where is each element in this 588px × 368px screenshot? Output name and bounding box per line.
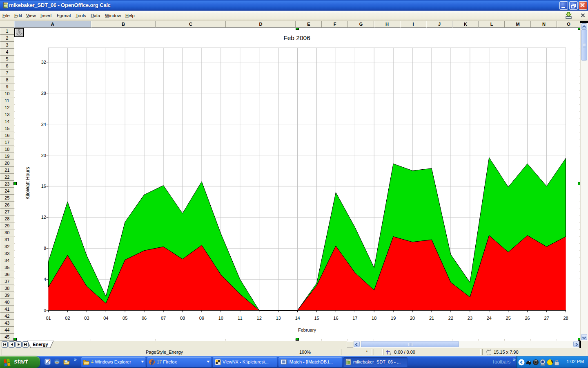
svg-text:27: 27 [544, 316, 549, 321]
svg-text:February: February [298, 328, 316, 332]
svg-text:07: 07 [161, 316, 166, 321]
svg-text:09: 09 [199, 316, 204, 321]
svg-text:04: 04 [103, 316, 108, 321]
svg-text:03: 03 [84, 316, 89, 321]
svg-text:12: 12 [41, 215, 46, 220]
svg-text:12: 12 [257, 316, 262, 321]
svg-text:32: 32 [41, 60, 46, 65]
svg-text:4: 4 [44, 277, 46, 282]
svg-text:02: 02 [65, 316, 70, 321]
svg-text:13: 13 [276, 316, 281, 321]
svg-text:KiloWatt Hours: KiloWatt Hours [25, 167, 31, 200]
svg-text:Energy: Energy [33, 342, 48, 347]
svg-text:22: 22 [448, 316, 453, 321]
svg-text:Feb 2006: Feb 2006 [283, 34, 310, 41]
svg-text:16: 16 [41, 184, 46, 188]
svg-text:06: 06 [142, 316, 147, 321]
svg-text:24: 24 [487, 316, 492, 321]
svg-text:19: 19 [391, 316, 396, 321]
svg-text:11: 11 [238, 316, 242, 321]
svg-text:20: 20 [410, 316, 415, 321]
svg-text:8: 8 [44, 246, 46, 251]
svg-text:26: 26 [525, 316, 530, 321]
svg-text:18: 18 [372, 316, 376, 321]
svg-text:14: 14 [295, 316, 300, 321]
svg-text:16: 16 [333, 316, 338, 321]
svg-text:05: 05 [122, 316, 127, 321]
svg-text:25: 25 [506, 316, 511, 321]
svg-text:17: 17 [352, 316, 357, 321]
svg-text:15: 15 [314, 316, 319, 321]
svg-text:28: 28 [563, 316, 568, 321]
svg-text:08: 08 [180, 316, 185, 321]
svg-text:20: 20 [41, 153, 46, 158]
svg-text:24: 24 [41, 122, 46, 127]
svg-text:23: 23 [468, 316, 472, 321]
svg-text:28: 28 [41, 91, 46, 96]
svg-text:0: 0 [44, 308, 46, 313]
svg-text:10: 10 [218, 316, 223, 321]
svg-text:21: 21 [429, 316, 434, 321]
svg-text:01: 01 [46, 316, 51, 321]
